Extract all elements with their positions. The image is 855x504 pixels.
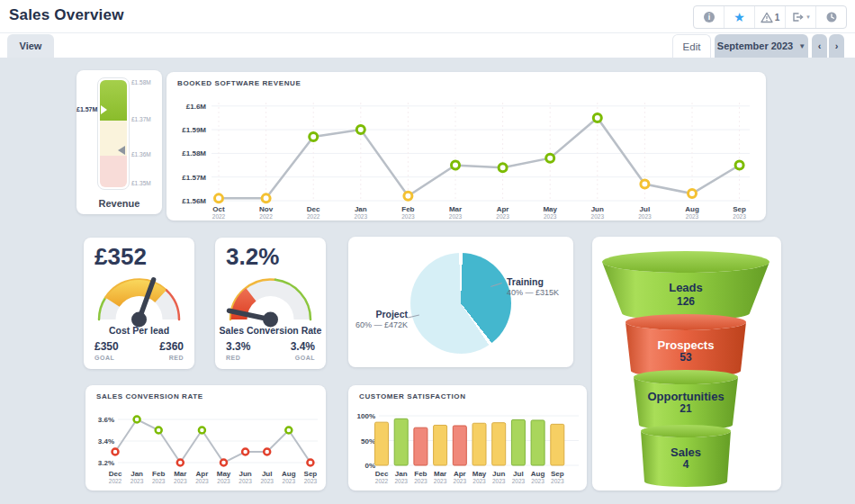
svg-text:Mar: Mar — [174, 470, 186, 478]
svg-text:3.4%: 3.4% — [98, 437, 114, 446]
svg-text:2022: 2022 — [109, 478, 122, 484]
booked-software-revenue-widget: £1.6M£1.59M£1.58M£1.57M£1.56MOct2022Nov2… — [166, 72, 766, 220]
svg-text:2023: 2023 — [449, 213, 463, 220]
svg-text:0%: 0% — [364, 462, 375, 470]
svg-text:2023: 2023 — [496, 213, 509, 220]
scale-label: £1.58M — [131, 79, 151, 86]
svg-text:2023: 2023 — [531, 478, 544, 484]
warning-icon[interactable]: 1 — [754, 6, 785, 28]
widget-title: CUSTOMER SATISFACTION — [359, 392, 466, 400]
svg-text:126: 126 — [677, 295, 695, 308]
svg-text:2023: 2023 — [260, 478, 274, 484]
tab-view[interactable]: View — [7, 34, 54, 58]
goal-value: £350 — [94, 340, 119, 353]
sales-conversion-line-chart: 3.6%3.4%3.2%Dec2022Jan2023Feb2023Mar2023… — [86, 385, 326, 490]
svg-text:Dec: Dec — [375, 470, 389, 478]
red-tag: RED — [226, 355, 250, 361]
svg-text:Sep: Sep — [551, 470, 564, 478]
svg-text:Jan: Jan — [395, 470, 408, 478]
svg-text:Sep: Sep — [733, 205, 746, 213]
svg-text:2023: 2023 — [492, 478, 506, 484]
revenue-split-pie-widget: Training 40% — £315K Project 60% — £472K — [348, 237, 573, 367]
svg-text:May: May — [217, 470, 231, 478]
svg-text:Jan: Jan — [130, 470, 143, 478]
svg-text:Leads: Leads — [669, 281, 703, 294]
svg-text:2023: 2023 — [512, 478, 526, 484]
comparison-marker-icon — [118, 146, 125, 155]
svg-text:£1.57M: £1.57M — [182, 174, 206, 182]
info-icon[interactable]: i — [694, 6, 724, 28]
svg-text:2023: 2023 — [304, 478, 318, 484]
svg-text:2023: 2023 — [472, 478, 486, 484]
goal-tag: GOAL — [94, 355, 119, 361]
svg-text:2023: 2023 — [434, 478, 447, 484]
svg-text:Feb: Feb — [401, 205, 414, 213]
header-toolbar: i ★ 1 ▾ — [693, 5, 847, 29]
edit-button[interactable]: Edit — [672, 34, 711, 58]
dashboard-app: Sales Overview i ★ 1 ▾ View Edit Septemb — [0, 0, 855, 504]
sales-conversion-rate-widget: 3.6%3.4%3.2%Dec2022Jan2023Feb2023Mar2023… — [86, 385, 326, 490]
svg-text:Oct: Oct — [212, 205, 225, 213]
svg-text:Nov: Nov — [259, 205, 274, 213]
widget-title: SALES CONVERSION RATE — [96, 392, 203, 400]
favorite-star-icon[interactable]: ★ — [724, 6, 754, 28]
thermometer-track — [97, 77, 130, 190]
red-value: 3.3% — [226, 340, 250, 353]
svg-text:Aug: Aug — [531, 470, 545, 478]
svg-text:Feb: Feb — [152, 470, 165, 478]
svg-text:Sales: Sales — [670, 446, 701, 459]
clock-icon[interactable] — [815, 6, 846, 28]
goal-tag: GOAL — [291, 355, 315, 361]
svg-text:Apr: Apr — [196, 470, 209, 478]
svg-text:2023: 2023 — [544, 213, 557, 220]
svg-text:Jun: Jun — [238, 470, 251, 478]
svg-text:2023: 2023 — [152, 478, 166, 484]
booked-revenue-line-chart: £1.6M£1.59M£1.58M£1.57M£1.56MOct2022Nov2… — [166, 72, 766, 220]
gauge-value: £352 — [94, 243, 147, 271]
svg-text:Sep: Sep — [304, 470, 318, 478]
svg-text:Apr: Apr — [497, 205, 509, 213]
svg-text:£1.6M: £1.6M — [186, 103, 207, 111]
svg-text:2023: 2023 — [195, 478, 209, 484]
svg-text:2023: 2023 — [414, 478, 428, 484]
svg-text:2022: 2022 — [375, 478, 389, 484]
goal-value: 3.4% — [291, 340, 315, 353]
period-selector[interactable]: September 2023 ▼ — [715, 34, 808, 58]
previous-period-button[interactable]: ‹ — [812, 34, 827, 58]
sales-conversion-gauge-widget: 3.2% Sales Conversion Rate 3.3% RED 3.4%… — [215, 238, 326, 369]
pie-chart — [410, 253, 511, 354]
slice-name: Project — [350, 309, 408, 320]
pie-callout-training: Training 40% — £315K — [507, 276, 559, 297]
chevron-down-icon: ▼ — [798, 42, 806, 50]
svg-text:53: 53 — [680, 351, 692, 364]
red-tag: RED — [159, 355, 184, 361]
svg-text:Jan: Jan — [355, 205, 367, 213]
gauge-label: Cost Per lead — [84, 326, 194, 336]
svg-text:Jul: Jul — [513, 470, 524, 478]
thermometer-red-zone — [100, 156, 127, 187]
svg-text:Jul: Jul — [262, 470, 273, 478]
svg-text:2022: 2022 — [259, 213, 273, 220]
svg-text:£1.56M: £1.56M — [182, 197, 206, 205]
svg-text:2023: 2023 — [686, 213, 699, 220]
revenue-gauge-widget: £1.58M £1.37M £1.36M £1.35M £1.57M Reven… — [76, 70, 162, 214]
period-label: September 2023 — [717, 40, 793, 51]
export-icon[interactable]: ▾ — [785, 6, 815, 28]
svg-text:Opportunities: Opportunities — [647, 390, 724, 403]
svg-text:2023: 2023 — [591, 213, 605, 220]
current-value-label: £1.57M — [76, 106, 96, 112]
svg-text:100%: 100% — [357, 412, 375, 420]
svg-text:2023: 2023 — [355, 213, 368, 220]
next-period-button[interactable]: › — [829, 34, 844, 58]
warning-count: 1 — [775, 13, 780, 22]
page-title: Sales Overview — [9, 6, 124, 24]
svg-text:May: May — [543, 205, 557, 213]
svg-text:2023: 2023 — [238, 478, 252, 484]
svg-text:2023: 2023 — [638, 213, 652, 220]
sales-funnel-chart: Leads126Prospects53Opportunities21Sales4 — [592, 237, 781, 490]
pie-callout-project: Project 60% — £472K — [350, 309, 408, 329]
thermometer-green-zone — [100, 80, 127, 121]
scale-label: £1.37M — [131, 116, 151, 122]
sales-funnel-widget: Leads126Prospects53Opportunities21Sales4 — [592, 237, 781, 490]
svg-text:2023: 2023 — [394, 478, 408, 484]
